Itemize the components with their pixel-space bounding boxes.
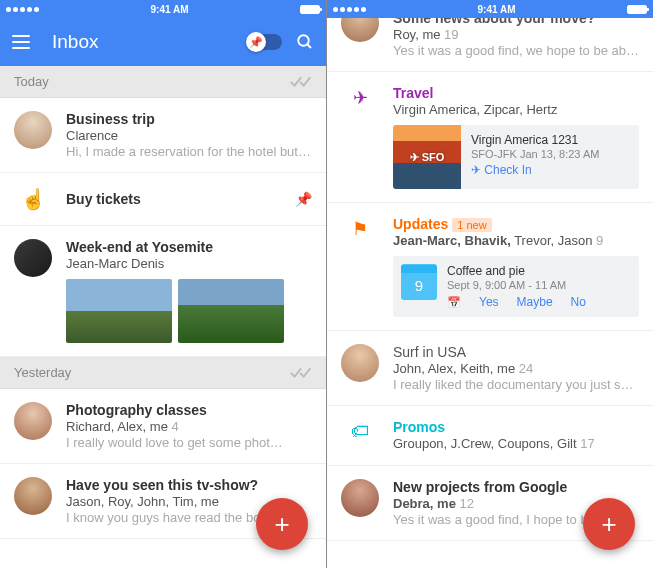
email-preview: Hi, I made a reservation for the hotel b…: [66, 144, 312, 159]
rsvp-yes[interactable]: Yes: [479, 295, 499, 309]
section-header-today: Today: [0, 66, 326, 98]
email-title: Photography classes: [66, 402, 312, 418]
flight-image: ✈ SFO: [393, 125, 461, 189]
avatar: [14, 111, 52, 149]
email-sender: Clarence: [66, 128, 312, 143]
avatar: [341, 344, 379, 382]
svg-point-0: [298, 35, 309, 46]
app-title: Inbox: [52, 31, 248, 53]
battery-icon: [300, 5, 320, 14]
flag-icon: ⚑: [341, 216, 379, 317]
bundle-senders: Jean-Marc, Bhavik, Trevor, Jason 9: [393, 233, 639, 248]
signal-dots-icon: [333, 7, 366, 12]
flight-title: Virgin America 1231: [471, 133, 629, 147]
compose-fab[interactable]: +: [256, 498, 308, 550]
app-bar: Inbox 📌: [0, 18, 326, 66]
pin-icon[interactable]: 📌: [295, 191, 312, 207]
email-item[interactable]: Surf in USA John, Alex, Keith, me 24 I r…: [327, 331, 653, 406]
status-time: 9:41 AM: [478, 4, 516, 15]
bundle-title: Updates1 new: [393, 216, 639, 232]
email-sender: Richard, Alex, me 4: [66, 419, 312, 434]
avatar: [14, 402, 52, 440]
checkin-link[interactable]: ✈ Check In: [471, 163, 629, 177]
email-sender: Roy, me 19: [393, 27, 639, 42]
avatar: [341, 18, 379, 42]
reminder-icon: ☝: [14, 187, 52, 211]
email-preview: I really liked the documentary you just …: [393, 377, 639, 392]
compose-fab[interactable]: +: [583, 498, 635, 550]
menu-icon[interactable]: [12, 35, 30, 49]
status-bar: 9:41 AM: [0, 0, 326, 18]
bundle-updates[interactable]: ⚑ Updates1 new Jean-Marc, Bhavik, Trevor…: [327, 203, 653, 331]
bundle-travel[interactable]: ✈ Travel Virgin America, Zipcar, Hertz ✈…: [327, 72, 653, 203]
email-title: Some news about your move?: [393, 18, 639, 26]
event-time: Sept 9, 9:00 AM - 11 AM: [447, 279, 631, 291]
bundle-senders: Virgin America, Zipcar, Hertz: [393, 102, 639, 117]
attachment-thumb[interactable]: [178, 279, 284, 343]
avatar: [14, 239, 52, 277]
email-sender: John, Alex, Keith, me 24: [393, 361, 639, 376]
bundle-title: Promos: [393, 419, 639, 435]
email-title: Week-end at Yosemite: [66, 239, 312, 255]
tag-icon: 🏷: [341, 419, 379, 452]
calendar-icon: 9: [401, 264, 437, 300]
sweep-icon[interactable]: [290, 366, 312, 380]
email-item[interactable]: Business trip Clarence Hi, I made a rese…: [0, 98, 326, 173]
email-sender: Jean-Marc Denis: [66, 256, 312, 271]
reminder-title: Buy tickets: [66, 191, 281, 207]
pin-icon: 📌: [246, 32, 266, 52]
email-title: Have you seen this tv-show?: [66, 477, 312, 493]
rsvp-no[interactable]: No: [571, 295, 586, 309]
email-preview: I really would love to get some phot…: [66, 435, 312, 450]
email-item[interactable]: Some news about your move? Roy, me 19 Ye…: [327, 18, 653, 72]
pin-toggle[interactable]: 📌: [248, 34, 282, 50]
status-bar: 9:41 AM: [327, 0, 653, 18]
sweep-icon[interactable]: [290, 75, 312, 89]
email-item[interactable]: Photography classes Richard, Alex, me 4 …: [0, 389, 326, 464]
battery-icon: [627, 5, 647, 14]
attachment-thumb[interactable]: [66, 279, 172, 343]
bundle-title: Travel: [393, 85, 639, 101]
flight-subtitle: SFO-JFK Jan 13, 8:23 AM: [471, 148, 629, 160]
calendar-small-icon: 📅: [447, 296, 461, 309]
search-icon[interactable]: [296, 33, 314, 51]
reminder-item[interactable]: ☝ Buy tickets 📌: [0, 173, 326, 226]
bundle-promos[interactable]: 🏷 Promos Groupon, J.Crew, Coupons, Gilt …: [327, 406, 653, 466]
svg-line-1: [307, 44, 311, 48]
status-time: 9:41 AM: [151, 4, 189, 15]
avatar: [341, 479, 379, 517]
email-title: Surf in USA: [393, 344, 639, 360]
bundle-senders: Groupon, J.Crew, Coupons, Gilt 17: [393, 436, 639, 451]
email-preview: Yes it was a good find, we hope to be ab…: [393, 43, 639, 58]
section-label: Yesterday: [14, 365, 71, 380]
event-card[interactable]: 9 Coffee and pie Sept 9, 9:00 AM - 11 AM…: [393, 256, 639, 317]
plane-icon: ✈: [341, 85, 379, 189]
section-label: Today: [14, 74, 49, 89]
section-header-yesterday: Yesterday: [0, 357, 326, 389]
event-title: Coffee and pie: [447, 264, 631, 278]
rsvp-maybe[interactable]: Maybe: [517, 295, 553, 309]
signal-dots-icon: [6, 7, 39, 12]
flight-card[interactable]: ✈ SFO Virgin America 1231 SFO-JFK Jan 13…: [393, 125, 639, 189]
email-title: New projects from Google: [393, 479, 639, 495]
email-item[interactable]: Week-end at Yosemite Jean-Marc Denis: [0, 226, 326, 357]
avatar: [14, 477, 52, 515]
email-title: Business trip: [66, 111, 312, 127]
new-badge: 1 new: [452, 218, 491, 232]
